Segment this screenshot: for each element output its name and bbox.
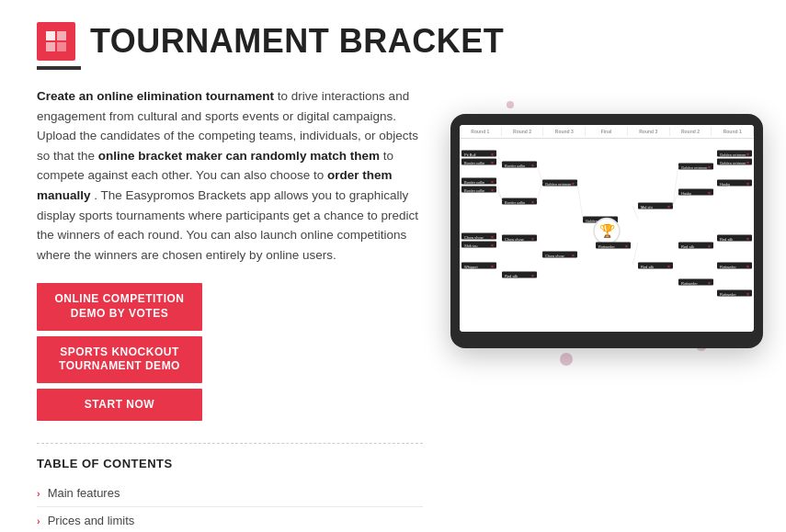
svg-text:×: ×: [491, 264, 494, 269]
svg-text:×: ×: [531, 199, 534, 205]
svg-text:Red silk: Red silk: [505, 274, 518, 278]
toc-label-1: Main features: [48, 486, 120, 500]
svg-text:×: ×: [531, 236, 534, 242]
svg-text:×: ×: [708, 164, 711, 170]
svg-rect-0: [46, 31, 55, 40]
svg-text:×: ×: [708, 243, 711, 249]
toc-label-2: Prices and limits: [48, 514, 135, 527]
round-header-7: Round 1: [712, 127, 754, 136]
round-header-2: Round 2: [502, 127, 544, 136]
svg-text:×: ×: [746, 291, 749, 297]
right-column: Round 1 Round 2 Round 3 Final Round 3 Ro…: [450, 86, 763, 380]
svg-line-94: [632, 206, 638, 220]
svg-text:Mal shi: Mal shi: [641, 205, 653, 209]
chevron-icon-1: ›: [37, 488, 40, 499]
round-header-6: Round 2: [670, 127, 712, 136]
title-underline: [37, 66, 81, 70]
round-header-4: Final: [586, 127, 628, 136]
svg-text:Rottweiler: Rottweiler: [598, 244, 615, 249]
svg-text:Golden retriever: Golden retriever: [720, 153, 746, 157]
desc-strong-1: Create an online elimination tournament: [37, 89, 274, 103]
svg-text:×: ×: [572, 253, 575, 258]
svg-text:×: ×: [491, 179, 494, 185]
svg-text:×: ×: [491, 152, 494, 157]
svg-text:Golden retriever: Golden retriever: [545, 182, 572, 187]
svg-text:Chow chow: Chow chow: [464, 235, 484, 240]
knockout-demo-button[interactable]: SPORTS KNOCKOUTTOURNAMENT DEMO: [37, 336, 202, 383]
svg-text:×: ×: [746, 160, 749, 165]
toc-item-prices[interactable]: › Prices and limits: [37, 507, 423, 532]
round-header-5: Round 3: [628, 127, 670, 136]
header: TOURNAMENT BRACKET: [37, 22, 749, 61]
svg-text:×: ×: [708, 190, 711, 196]
svg-text:Red silk: Red silk: [681, 244, 694, 249]
svg-text:Border collie: Border collie: [464, 180, 485, 185]
svg-text:Husky: Husky: [681, 191, 691, 196]
description: Create an online elimination tournament …: [37, 86, 423, 265]
svg-text:×: ×: [491, 243, 494, 248]
svg-text:Red silk: Red silk: [720, 237, 733, 242]
svg-text:×: ×: [746, 152, 749, 157]
svg-text:Pit Bull: Pit Bull: [464, 153, 476, 157]
svg-text:Rottweiler: Rottweiler: [681, 281, 698, 286]
dot-1: [507, 101, 514, 108]
svg-text:×: ×: [531, 273, 534, 278]
toc-item-main-features[interactable]: › Main features: [37, 480, 423, 507]
svg-text:×: ×: [572, 181, 575, 187]
svg-text:Chow chow: Chow chow: [505, 237, 524, 242]
svg-text:Red silk: Red silk: [641, 265, 654, 269]
left-column: Create an online elimination tournament …: [37, 86, 423, 532]
buttons-group: ONLINE COMPETITIONDEMO BY VOTES SPORTS K…: [37, 283, 423, 421]
logo-icon: [37, 22, 75, 61]
svg-line-95: [632, 243, 638, 266]
svg-text:Rottweiler: Rottweiler: [720, 265, 736, 269]
svg-text:Chow chow: Chow chow: [545, 254, 564, 258]
svg-text:×: ×: [625, 243, 628, 249]
svg-text:×: ×: [708, 280, 711, 286]
tablet-container: Round 1 Round 2 Round 3 Final Round 3 Ro…: [450, 114, 763, 353]
svg-text:×: ×: [667, 204, 670, 209]
svg-text:Rottweiler: Rottweiler: [720, 292, 736, 297]
svg-rect-1: [57, 31, 66, 40]
toc-section: TABLE OF CONTENTS › Main features › Pric…: [37, 443, 423, 532]
bracket-header: Round 1 Round 2 Round 3 Final Round 3 Ro…: [460, 125, 754, 139]
svg-line-93: [577, 183, 583, 220]
svg-text:×: ×: [746, 236, 749, 242]
svg-text:Border collie: Border collie: [464, 161, 485, 165]
svg-text:×: ×: [491, 187, 494, 193]
page-wrapper: TOURNAMENT BRACKET Create an online elim…: [0, 0, 786, 532]
svg-text:×: ×: [667, 264, 670, 269]
page-title: TOURNAMENT BRACKET: [90, 22, 504, 61]
svg-line-87: [496, 153, 502, 164]
chevron-icon-2: ›: [37, 515, 40, 526]
round-header-3: Round 3: [543, 127, 586, 136]
svg-text:Golden retriever: Golden retriever: [681, 165, 708, 170]
tablet-frame: Round 1 Round 2 Round 3 Final Round 3 Ro…: [450, 114, 763, 348]
round-header-1: Round 1: [460, 127, 502, 136]
svg-line-91: [537, 164, 542, 183]
svg-text:Border collie: Border collie: [505, 200, 526, 205]
svg-text:Shih tzu: Shih tzu: [464, 243, 477, 248]
svg-text:×: ×: [746, 264, 749, 269]
svg-text:Golden retriever: Golden retriever: [720, 161, 746, 165]
svg-rect-3: [57, 42, 66, 51]
tablet-screen: Round 1 Round 2 Round 3 Final Round 3 Ro…: [460, 125, 754, 332]
svg-text:🏆: 🏆: [599, 223, 616, 239]
svg-rect-2: [46, 42, 55, 51]
svg-text:×: ×: [531, 163, 534, 168]
svg-line-96: [673, 166, 678, 206]
svg-text:Whippet: Whippet: [464, 265, 479, 269]
svg-text:Husky: Husky: [720, 182, 730, 187]
bracket-display: Round 1 Round 2 Round 3 Final Round 3 Ro…: [460, 125, 754, 332]
svg-line-92: [537, 183, 542, 201]
start-now-button[interactable]: START NOW: [37, 389, 202, 422]
svg-text:Border collie: Border collie: [464, 188, 485, 193]
demo-votes-button[interactable]: ONLINE COMPETITIONDEMO BY VOTES: [37, 283, 202, 330]
svg-text:×: ×: [491, 234, 494, 240]
svg-text:×: ×: [491, 160, 494, 165]
main-content: Create an online elimination tournament …: [37, 86, 749, 532]
svg-text:Border collie: Border collie: [505, 164, 526, 168]
svg-text:×: ×: [746, 181, 749, 187]
bracket-svg: Pit Bull × Border collie × Border collie…: [460, 138, 754, 332]
desc-strong-2: online bracket maker can randomly match …: [98, 149, 380, 163]
